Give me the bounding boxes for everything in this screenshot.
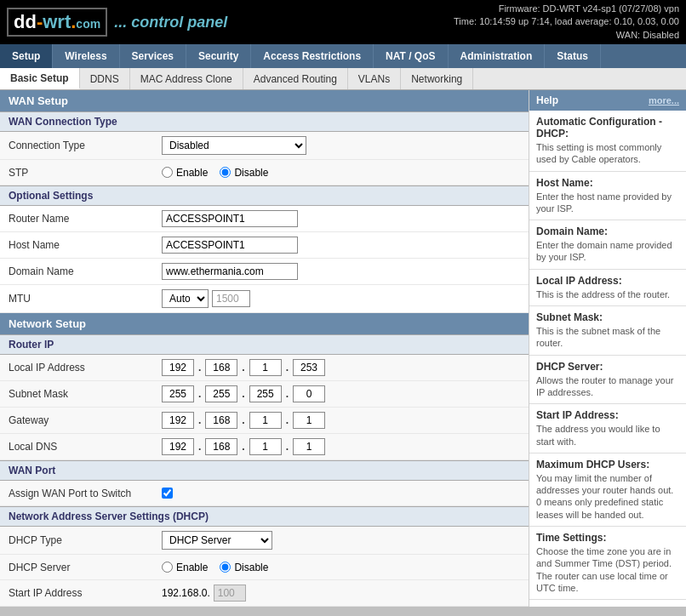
stp-row: STP Enable Disable <box>0 160 529 185</box>
local-ip-3[interactable] <box>249 359 282 376</box>
stp-label: STP <box>9 167 162 179</box>
dhcp-server-value: Enable Disable <box>162 562 520 573</box>
stp-enable-text: Enable <box>176 167 208 179</box>
local-ip-row: Local IP Address . . . <box>0 355 529 381</box>
router-ip-header: Router IP <box>0 334 529 355</box>
dhcp-type-select[interactable]: DHCP Server DHCP Forwarder <box>162 531 272 550</box>
stp-enable-label[interactable]: Enable <box>162 167 208 179</box>
gateway-1[interactable] <box>162 412 194 429</box>
local-dns-value: . . . <box>162 438 520 455</box>
dhcp-disable-radio[interactable] <box>220 562 231 573</box>
local-dns-4[interactable] <box>293 438 325 455</box>
network-setup-header: Network Setup <box>0 313 529 334</box>
dhcp-disable-label[interactable]: Disable <box>220 562 268 573</box>
help-item-2: Domain Name: Enter the domain name provi… <box>529 220 686 270</box>
domain-name-input[interactable] <box>162 263 298 280</box>
assign-wan-label: Assign WAN Port to Switch <box>9 488 162 499</box>
main-content: WAN Setup WAN Connection Type Connection… <box>0 90 529 607</box>
nav-status[interactable]: Status <box>545 44 601 68</box>
help-title-6: Start IP Address: <box>536 409 679 421</box>
subnet-2[interactable] <box>205 385 237 402</box>
help-title-0: Automatic Configuration - DHCP: <box>536 116 679 140</box>
dhcp-server-row: DHCP Server Enable Disable <box>0 555 529 580</box>
local-ip-value: . . . <box>162 359 520 376</box>
gateway-row: Gateway . . . <box>0 408 529 434</box>
logo-box: dd-wrt.com <box>7 8 107 37</box>
subnet-4[interactable] <box>293 385 325 402</box>
help-text-4: This is the subnet mask of the router. <box>536 325 679 350</box>
help-item-5: DHCP Server: Allows the router to manage… <box>529 356 686 405</box>
start-ip-label: Start IP Address <box>9 587 162 599</box>
main-nav: Setup Wireless Services Security Access … <box>0 44 686 68</box>
subnav-networking[interactable]: Networking <box>401 68 473 89</box>
nav-nat-qos[interactable]: NAT / QoS <box>374 44 448 68</box>
help-title-3: Local IP Address: <box>536 275 679 287</box>
control-panel-text: ... control panel <box>114 14 227 31</box>
help-more-link[interactable]: more... <box>649 95 679 106</box>
subnav-basic-setup[interactable]: Basic Setup <box>0 68 80 89</box>
dhcp-type-label: DHCP Type <box>9 534 162 546</box>
dhcp-settings-header: Network Address Server Settings (DHCP) <box>0 506 529 527</box>
local-ip-1[interactable] <box>162 359 194 376</box>
mtu-number-input <box>212 290 250 307</box>
nav-services[interactable]: Services <box>120 44 186 68</box>
nav-access-restrictions[interactable]: Access Restrictions <box>251 44 374 68</box>
subnet-1[interactable] <box>162 385 194 402</box>
wan-connection-type-header: WAN Connection Type <box>0 111 529 132</box>
wan-text: WAN: Disabled <box>454 29 679 42</box>
help-text-6: The address you would like to start with… <box>536 423 679 448</box>
dhcp-enable-radio[interactable] <box>162 562 173 573</box>
router-name-input[interactable] <box>162 210 298 227</box>
wan-port-section: Assign WAN Port to Switch <box>0 481 529 506</box>
start-ip-value: 192.168.0. <box>162 585 520 602</box>
nav-wireless[interactable]: Wireless <box>53 44 119 68</box>
local-ip-4[interactable] <box>293 359 325 376</box>
firmware-text: Firmware: DD-WRT v24-sp1 (07/27/08) vpn <box>454 3 679 15</box>
router-ip-section: Local IP Address . . . Subnet Mask . <box>0 355 529 460</box>
help-title-2: Domain Name: <box>536 225 679 237</box>
subnet-mask-label: Subnet Mask <box>9 388 162 400</box>
dhcp-enable-label[interactable]: Enable <box>162 562 208 573</box>
dhcp-settings-section: DHCP Type DHCP Server DHCP Forwarder DHC… <box>0 527 529 607</box>
assign-wan-checkbox[interactable] <box>162 488 173 499</box>
nav-security[interactable]: Security <box>186 44 251 68</box>
help-text-0: This setting is most commonly used by Ca… <box>536 141 679 166</box>
local-dns-1[interactable] <box>162 438 194 455</box>
help-title-5: DHCP Server: <box>536 361 679 373</box>
nav-administration[interactable]: Administration <box>449 44 546 68</box>
subnet-mask-value: . . . <box>162 385 520 402</box>
help-panel: Help more... Automatic Configuration - D… <box>529 90 686 607</box>
local-ip-2[interactable] <box>205 359 237 376</box>
help-title-7: Maximum DHCP Users: <box>536 459 679 471</box>
domain-name-label: Domain Name <box>9 265 162 277</box>
help-title-8: Time Settings: <box>536 532 679 544</box>
local-dns-row: Local DNS . . . <box>0 434 529 460</box>
help-item-7: Maximum DHCP Users: You may limit the nu… <box>529 453 686 527</box>
gateway-4[interactable] <box>293 412 325 429</box>
help-text-1: Enter the host name provided by your ISP… <box>536 191 679 215</box>
subnav-vlans[interactable]: VLANs <box>348 68 401 89</box>
mtu-select[interactable]: Auto Manual <box>162 289 209 308</box>
host-name-input[interactable] <box>162 237 298 254</box>
local-dns-2[interactable] <box>205 438 237 455</box>
connection-type-value: Disabled DHCP Static IP PPPoE PPTP L2TP <box>162 136 520 155</box>
header: dd-wrt.com ... control panel Firmware: D… <box>0 0 686 44</box>
local-dns-3[interactable] <box>249 438 282 455</box>
dhcp-type-value: DHCP Server DHCP Forwarder <box>162 531 520 550</box>
subnav-advanced-routing[interactable]: Advanced Routing <box>243 68 348 89</box>
subnet-mask-row: Subnet Mask . . . <box>0 381 529 408</box>
subnav-ddns[interactable]: DDNS <box>80 68 130 89</box>
nav-setup[interactable]: Setup <box>0 44 53 68</box>
help-item-1: Host Name: Enter the host name provided … <box>529 172 686 221</box>
gateway-3[interactable] <box>249 412 282 429</box>
connection-type-select[interactable]: Disabled DHCP Static IP PPPoE PPTP L2TP <box>162 136 306 155</box>
help-item-8: Time Settings: Choose the time zone you … <box>529 527 686 600</box>
stp-enable-radio[interactable] <box>162 167 173 178</box>
subnet-3[interactable] <box>249 385 282 402</box>
dhcp-type-row: DHCP Type DHCP Server DHCP Forwarder <box>0 527 529 555</box>
mtu-label: MTU <box>9 293 162 305</box>
stp-disable-radio[interactable] <box>220 167 231 178</box>
gateway-2[interactable] <box>205 412 237 429</box>
stp-disable-label[interactable]: Disable <box>220 167 268 179</box>
subnav-mac-address-clone[interactable]: MAC Address Clone <box>130 68 243 89</box>
